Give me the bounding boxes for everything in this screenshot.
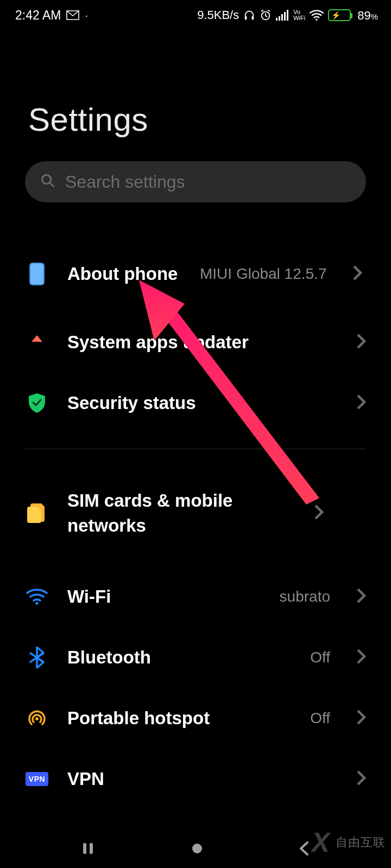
settings-item-sim-cards[interactable]: SIM cards & mobile networks [0, 475, 391, 551]
headphones-icon [243, 9, 255, 21]
wifi-icon [310, 10, 324, 21]
svg-line-10 [51, 183, 54, 187]
item-label: Portable hotspot [67, 706, 292, 731]
status-left: 2:42 AM · [15, 8, 88, 23]
gmail-icon [66, 10, 79, 20]
settings-item-security-status[interactable]: Security status [0, 373, 391, 433]
svg-rect-11 [30, 263, 44, 285]
item-label: Bluetooth [67, 645, 292, 670]
item-value: MIUI Global 12.5.7 [200, 265, 326, 283]
status-separator-dot: · [85, 10, 88, 21]
chevron-right-icon [356, 333, 366, 352]
status-time: 2:42 AM [15, 8, 61, 23]
settings-item-wifi[interactable]: Wi-Fi subrato [0, 566, 391, 627]
watermark: X 自由互联 [312, 827, 386, 858]
network-speed: 9.5KB/s [197, 8, 239, 22]
wifi-icon [25, 589, 49, 605]
alarm-icon [260, 9, 272, 21]
item-value: Off [310, 710, 330, 727]
battery-percent-symbol: % [371, 12, 378, 21]
hotspot-icon [25, 709, 49, 727]
settings-item-about-phone[interactable]: About phone MIUI Global 12.5.7 [0, 236, 391, 312]
item-label: About phone [67, 261, 181, 286]
search-icon [40, 173, 55, 190]
search-placeholder: Search settings [65, 172, 185, 192]
nav-recent-button[interactable] [80, 841, 96, 858]
battery-percent: 89% [355, 8, 378, 23]
item-label: SIM cards & mobile networks [67, 488, 295, 538]
svg-rect-7 [287, 10, 288, 21]
nav-home-button[interactable] [191, 842, 204, 857]
svg-rect-3 [276, 18, 278, 21]
chevron-right-icon [356, 648, 366, 667]
page-title: Settings [0, 30, 391, 161]
item-label: VPN [67, 767, 338, 792]
vowifi-indicator: VoWiFi [293, 9, 305, 21]
update-arrow-icon [25, 333, 49, 352]
settings-item-bluetooth[interactable]: Bluetooth Off [0, 627, 391, 688]
watermark-logo: X [312, 827, 330, 858]
status-right: 9.5KB/s VoWiFi ⚡ 89% [197, 8, 378, 23]
svg-point-8 [316, 18, 317, 20]
watermark-text: 自由互联 [336, 834, 386, 851]
chevron-right-icon [314, 504, 324, 522]
phone-icon [25, 263, 49, 285]
item-label: Security status [67, 391, 338, 416]
sim-card-icon [25, 502, 49, 524]
svg-rect-17 [90, 843, 93, 854]
signal-icon [276, 10, 289, 21]
svg-point-18 [192, 844, 202, 853]
bluetooth-icon [25, 647, 49, 668]
settings-item-system-apps-updater[interactable]: System apps updater [0, 312, 391, 373]
svg-rect-6 [284, 12, 286, 21]
svg-rect-1 [252, 16, 254, 20]
item-value: Off [310, 649, 330, 666]
nav-back-button[interactable] [299, 841, 311, 858]
battery-percent-value: 89 [357, 9, 370, 22]
settings-item-portable-hotspot[interactable]: Portable hotspot Off [0, 688, 391, 749]
svg-rect-16 [83, 843, 86, 854]
item-label: Wi-Fi [67, 584, 261, 609]
svg-point-12 [35, 602, 38, 604]
svg-rect-4 [279, 16, 280, 21]
vpn-icon: VPN [25, 772, 49, 786]
search-input[interactable]: Search settings [25, 161, 366, 202]
item-value: subrato [280, 588, 330, 605]
shield-icon [25, 393, 49, 413]
svg-point-13 [35, 717, 39, 720]
chevron-right-icon [356, 394, 366, 412]
section-divider [25, 449, 366, 449]
chevron-right-icon [356, 588, 366, 606]
chevron-right-icon [356, 770, 366, 788]
svg-rect-0 [245, 16, 247, 20]
status-bar: 2:42 AM · 9.5KB/s VoWiFi ⚡ 89% [0, 0, 391, 30]
item-label: System apps updater [67, 330, 338, 355]
settings-item-vpn[interactable]: VPN VPN [0, 749, 391, 809]
battery-icon: ⚡ [328, 9, 351, 21]
settings-list: About phone MIUI Global 12.5.7 System ap… [0, 202, 391, 809]
chevron-right-icon [352, 265, 362, 283]
chevron-right-icon [356, 709, 366, 727]
svg-rect-5 [281, 14, 283, 21]
svg-point-9 [42, 175, 51, 184]
